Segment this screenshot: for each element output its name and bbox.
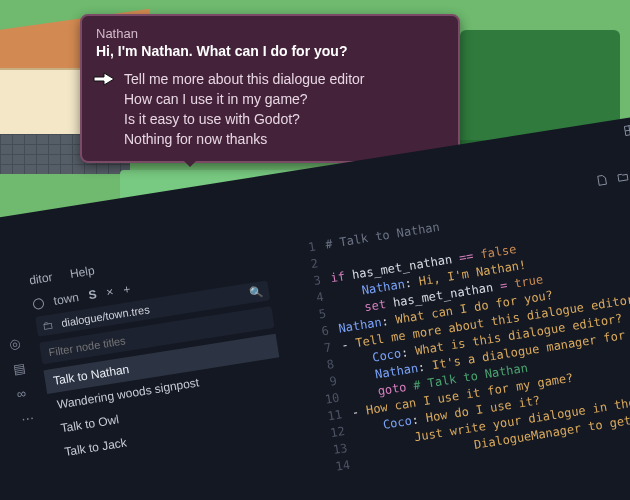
eye-icon[interactable]: ◎: [8, 336, 23, 353]
search-icon[interactable]: 🔍: [248, 285, 264, 300]
dialogue-option-label: Is it easy to use with Godot?: [124, 111, 300, 127]
dialogue-text: Hi, I'm Nathan. What can I do for you?: [96, 43, 444, 59]
editor-sidebar-icons: ◎ ▤ ∞ ⋯: [8, 336, 35, 427]
file-icon[interactable]: [596, 174, 609, 190]
dots-icon[interactable]: ⋯: [20, 410, 35, 427]
code-editor[interactable]: 1# Talk to Nathan23if has_met_nathan == …: [294, 160, 630, 476]
folder-icon[interactable]: [617, 171, 630, 187]
dialogue-option-label: How can I use it in my game?: [124, 91, 308, 107]
editor-left-panel: ditor Help town S × + 🗀 🔍: [28, 237, 290, 465]
screenshot: Nathan Hi, I'm Nathan. What can I do for…: [0, 0, 630, 500]
close-icon[interactable]: ×: [105, 285, 114, 300]
bold-s-icon[interactable]: S: [88, 287, 98, 302]
editor-file-toolbar: [596, 164, 630, 189]
dialogue-option[interactable]: Is it easy to use with Godot?: [96, 109, 444, 129]
dialogue-box: Nathan Hi, I'm Nathan. What can I do for…: [80, 14, 460, 163]
menu-editor[interactable]: ditor: [28, 270, 53, 287]
view-tab-2d[interactable]: 2D: [624, 120, 630, 136]
layers-icon[interactable]: ▤: [12, 360, 27, 377]
dialogue-option-label: Tell me more about this dialogue editor: [124, 71, 364, 87]
file-tab-current[interactable]: town: [53, 290, 80, 308]
record-icon: [32, 297, 45, 310]
grid-icon: [624, 123, 630, 136]
folder-small-icon: 🗀: [42, 318, 55, 332]
menu-help[interactable]: Help: [69, 263, 96, 281]
add-tab-icon[interactable]: +: [122, 282, 131, 297]
dialogue-option[interactable]: Tell me more about this dialogue editor: [96, 69, 444, 89]
link-icon[interactable]: ∞: [16, 385, 31, 402]
dialogue-option-label: Nothing for now thanks: [124, 131, 267, 147]
dialogue-options: Tell me more about this dialogue editorH…: [96, 69, 444, 149]
dialogue-option[interactable]: How can I use it in my game?: [96, 89, 444, 109]
pointer-hand-icon: [92, 71, 116, 87]
dialogue-option[interactable]: Nothing for now thanks: [96, 129, 444, 149]
dialogue-speaker: Nathan: [96, 26, 444, 41]
